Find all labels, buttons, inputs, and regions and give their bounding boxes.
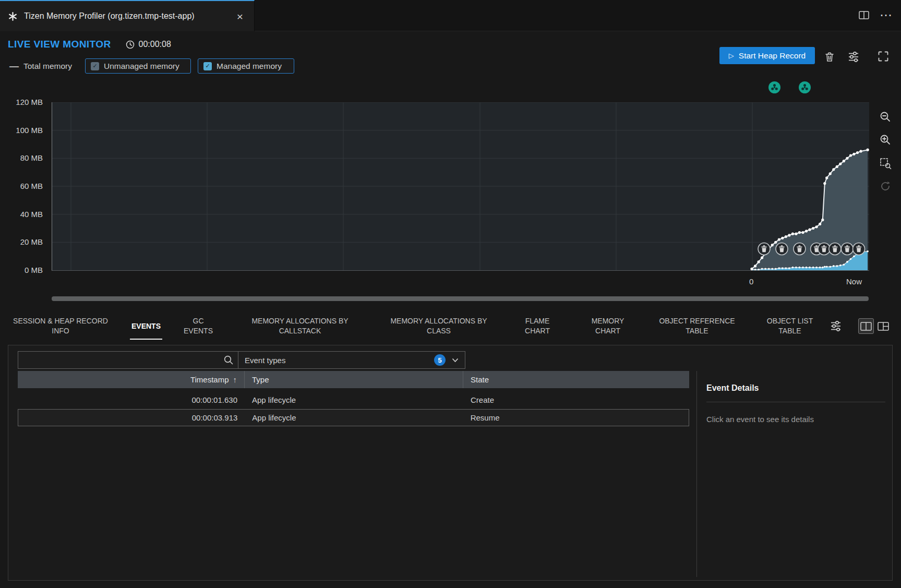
- legend-toggle-managed-memory[interactable]: ✓ Managed memory: [198, 58, 294, 74]
- gc-event-marker-icon: [818, 243, 830, 255]
- play-icon: ▷: [729, 52, 734, 59]
- chart-settings-sliders-icon[interactable]: [846, 49, 861, 65]
- panel-tab-memory-chart[interactable]: MEMORY CHART: [583, 312, 633, 340]
- panel-tab-flame-chart[interactable]: FLAME CHART: [516, 312, 558, 340]
- session-timer: 00:00:08: [126, 40, 171, 49]
- event-details-rule: [706, 402, 885, 402]
- layout-grid-panes-icon[interactable]: [875, 318, 891, 334]
- y-axis-tick: 40 MB: [20, 210, 43, 219]
- y-axis-tick: 100 MB: [16, 126, 43, 135]
- fullscreen-fit-icon[interactable]: [875, 49, 891, 64]
- y-axis-labels: 120 MB100 MB80 MB60 MB40 MB20 MB0 MB: [0, 0, 47, 282]
- event-types-count-badge: 5: [434, 354, 446, 366]
- gc-event-marker-icon: [776, 243, 788, 255]
- box-zoom-select-icon[interactable]: [878, 155, 893, 171]
- panel-tab-gc-events[interactable]: GC EVENTS: [177, 312, 219, 340]
- close-icon[interactable]: ×: [233, 9, 247, 23]
- chart-horizontal-scrollbar[interactable]: [52, 296, 869, 301]
- events-table-body: 00:00:01.630App lifecycleCreate00:00:03.…: [18, 391, 689, 427]
- cell-type: App lifecycle: [245, 413, 463, 422]
- x-axis-start-label: 0: [749, 277, 753, 286]
- x-axis-now-label: Now: [846, 277, 862, 286]
- event-details-placeholder: Click an event to see its details: [706, 415, 814, 424]
- panel-tab-events[interactable]: EVENTS: [125, 312, 167, 340]
- search-icon: [219, 355, 238, 365]
- gc-indicator-icon[interactable]: [768, 81, 780, 93]
- column-header-timestamp[interactable]: Timestamp ↑: [18, 371, 245, 388]
- y-axis-tick: 60 MB: [20, 182, 43, 190]
- clear-session-trash-icon[interactable]: [822, 49, 837, 65]
- layout-split-panes-icon[interactable]: [858, 318, 874, 334]
- legend-toggle-unmanaged-memory[interactable]: ✓ Unmanaged memory: [85, 58, 191, 74]
- reset-zoom-icon[interactable]: [878, 178, 893, 194]
- gc-event-marker-icon: [758, 243, 770, 255]
- gc-event-marker-icon: [829, 243, 841, 255]
- event-details-title: Event Details: [706, 383, 759, 393]
- app-root: Tizen Memory Profiler (org.tizen.tmp-tes…: [0, 0, 901, 588]
- gc-event-marker-icon: [794, 243, 806, 255]
- y-axis-tick: 80 MB: [20, 153, 43, 162]
- panel-tab-object-list-table[interactable]: OBJECT LIST TABLE: [760, 312, 820, 340]
- y-axis-tick: 20 MB: [20, 237, 43, 246]
- panel-tab-object-reference-table[interactable]: OBJECT REFERENCE TABLE: [658, 312, 736, 340]
- cell-timestamp: 00:00:03.913: [18, 413, 245, 422]
- managed-checkbox-icon: ✓: [203, 62, 212, 70]
- event-table-row[interactable]: 00:00:03.913App lifecycleResume: [18, 409, 689, 426]
- cell-type: App lifecycle: [245, 395, 463, 404]
- editor-tab-title: Tizen Memory Profiler (org.tizen.tmp-tes…: [24, 11, 195, 21]
- column-header-state[interactable]: State: [463, 371, 689, 388]
- y-axis-tick: 0 MB: [25, 266, 43, 274]
- sort-ascending-icon: ↑: [233, 375, 237, 384]
- events-panel: Event types 5 Timestamp ↑ Type State 00:…: [8, 345, 893, 581]
- event-table-row[interactable]: 00:00:01.630App lifecycleCreate: [18, 391, 689, 409]
- clock-icon: [126, 40, 135, 49]
- panel-filter-sliders-icon[interactable]: [828, 318, 844, 334]
- unmanaged-checkbox-icon: ✓: [91, 62, 99, 70]
- events-search-box: [18, 351, 238, 369]
- gc-event-marker-icon: [841, 243, 853, 255]
- panel-tabs-row: SESSION & HEAP RECORD INFOEVENTSGC EVENT…: [0, 312, 901, 341]
- gc-indicator-icon[interactable]: [799, 81, 811, 93]
- search-input[interactable]: [18, 356, 219, 365]
- cell-timestamp: 00:00:01.630: [18, 395, 245, 404]
- more-actions-icon[interactable]: ⋯: [880, 8, 893, 22]
- panel-tab-memory-allocations-by-callstack[interactable]: MEMORY ALLOCATIONS BY CALLSTACK: [245, 312, 355, 340]
- tabbar-actions: ⋯: [859, 0, 893, 30]
- memory-usage-chart[interactable]: [52, 102, 869, 271]
- chart-legend: — Total memory ✓ Unmanaged memory ✓ Mana…: [9, 58, 708, 74]
- chevron-down-icon: [452, 358, 459, 363]
- editor-tab-bar: Tizen Memory Profiler (org.tizen.tmp-tes…: [0, 0, 901, 31]
- gc-event-marker-icon: [853, 243, 865, 255]
- legend-managed-label: Managed memory: [217, 62, 282, 71]
- event-types-dropdown[interactable]: Event types 5: [238, 351, 465, 369]
- event-types-label: Event types: [245, 356, 428, 365]
- timer-value: 00:00:08: [139, 40, 171, 49]
- memory-chart-svg: [52, 102, 869, 270]
- cell-state: Resume: [463, 413, 689, 422]
- zoom-in-icon[interactable]: [878, 132, 893, 148]
- start-heap-record-button[interactable]: ▷ Start Heap Record: [719, 47, 815, 64]
- panel-tab-session-heap-record-info[interactable]: SESSION & HEAP RECORD INFO: [11, 312, 110, 340]
- panel-tabs: SESSION & HEAP RECORD INFOEVENTSGC EVENT…: [0, 312, 901, 340]
- events-table-header: Timestamp ↑ Type State: [18, 371, 689, 388]
- split-editor-icon[interactable]: [859, 11, 869, 19]
- y-axis-tick: 120 MB: [16, 98, 43, 106]
- column-header-type[interactable]: Type: [245, 371, 463, 388]
- panel-tab-memory-allocations-by-class[interactable]: MEMORY ALLOCATIONS BY CLASS: [384, 312, 494, 340]
- details-pane-divider: [696, 371, 697, 577]
- start-heap-record-label: Start Heap Record: [739, 51, 806, 61]
- zoom-out-icon[interactable]: [878, 109, 893, 125]
- cell-state: Create: [463, 395, 689, 404]
- legend-unmanaged-label: Unmanaged memory: [104, 62, 179, 71]
